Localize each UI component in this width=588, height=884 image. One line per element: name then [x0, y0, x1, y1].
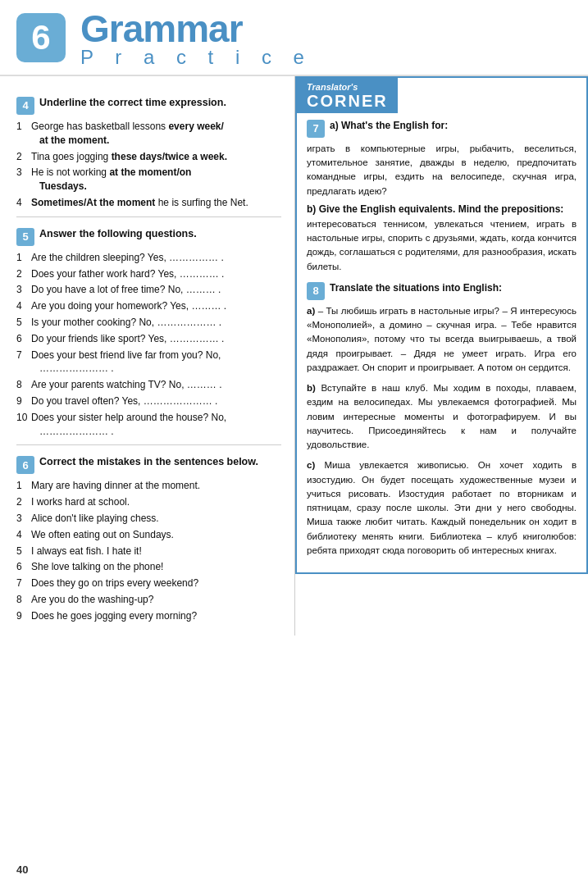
- list-item: 5Is your mother cooking? No, ……………… .: [16, 316, 281, 330]
- list-item: 7Does your best friend live far from you…: [16, 349, 281, 376]
- page-header: 6 Grammar P r a c t i c e: [0, 0, 588, 76]
- list-item: 4We often eating out on Sundays.: [16, 528, 281, 542]
- list-item: 8Are you do the washing-up?: [16, 593, 281, 607]
- section-7-text-a: играть в компьютерные игры, рыбачить, ве…: [307, 142, 577, 198]
- grammar-label: Grammar: [80, 8, 312, 50]
- section-5-list: 1Are the children sleeping? Yes, …………… .…: [16, 251, 281, 439]
- list-item: 1Are the children sleeping? Yes, …………… .: [16, 251, 281, 265]
- translators-corner: Translator's CORNER 7 a) What's the Engl…: [295, 76, 588, 574]
- tc-header-bottom: CORNER: [307, 92, 388, 111]
- translate-item-a: а) – Ты любишь играть в настольные игры?…: [307, 304, 577, 375]
- section-7-number: 7: [307, 120, 325, 138]
- section-4: 4 Underline the correct time expression.…: [16, 96, 281, 210]
- section-8: 8 Translate the situations into English:…: [307, 282, 577, 558]
- left-column: 4 Underline the correct time expression.…: [0, 76, 295, 636]
- practice-label: P r a c t i c e: [80, 47, 312, 68]
- list-item: 2Does your father work hard? Yes, ………… .: [16, 267, 281, 281]
- list-item: 3 He is not working at the moment/on Tue…: [16, 166, 281, 194]
- section-5: 5 Answer the following questions. 1Are t…: [16, 227, 281, 439]
- section-7: 7 a) What's the English for: играть в ко…: [307, 120, 577, 274]
- main-content: 4 Underline the correct time expression.…: [0, 76, 588, 636]
- chapter-number: 6: [16, 13, 66, 62]
- page-number: 40: [16, 863, 28, 876]
- translate-label-c: c): [307, 460, 315, 470]
- list-item: 9Does he goes jogging every morning?: [16, 609, 281, 623]
- list-item: 6She love talking on the phone!: [16, 560, 281, 574]
- list-item: 6Do your friends like sport? Yes, …………… …: [16, 332, 281, 346]
- section-5-title: Answer the following questions.: [39, 227, 197, 240]
- list-item: 2 Tina goes jogging these days/twice a w…: [16, 150, 281, 164]
- section-6: 6 Correct the mistakes in the sentences …: [16, 455, 281, 622]
- tc-body: 7 a) What's the English for: играть в ко…: [297, 113, 586, 572]
- section-4-list: 1 George has basketball lessons every we…: [16, 120, 281, 210]
- list-item: 1 George has basketball lessons every we…: [16, 120, 281, 148]
- tc-header: Translator's CORNER: [297, 78, 398, 113]
- tc-header-top: Translator's: [307, 82, 388, 92]
- list-item: 4 Sometimes/At the moment he is surfing …: [16, 196, 281, 210]
- translate-label-a: а): [307, 306, 315, 316]
- section-7-text-b: интересоваться теннисом, увлекаться чтен…: [307, 217, 577, 274]
- section-7-header: 7 a) What's the English for:: [307, 120, 577, 138]
- list-item: 3Alice don't like playing chess.: [16, 512, 281, 526]
- section-8-number: 8: [307, 282, 325, 300]
- section-4-header: 4 Underline the correct time expression.: [16, 96, 281, 115]
- section-4-title: Underline the correct time expression.: [39, 96, 226, 109]
- translate-item-b: b) Вступайте в наш клуб. Мы ходим в похо…: [307, 381, 577, 452]
- section-5-number: 5: [16, 228, 34, 246]
- list-item: 5I always eat fish. I hate it!: [16, 545, 281, 558]
- section-7-title-b: b) Give the English equivalents. Mind th…: [307, 203, 577, 215]
- section-6-list: 1Mary are having dinner at the moment. 2…: [16, 479, 281, 622]
- section-6-title: Correct the mistakes in the sentences be…: [39, 455, 258, 468]
- section-4-number: 4: [16, 97, 34, 115]
- list-item: 2I works hard at school.: [16, 495, 281, 509]
- list-item: 1Mary are having dinner at the moment.: [16, 479, 281, 493]
- section-8-header: 8 Translate the situations into English:: [307, 282, 577, 300]
- section-5-header: 5 Answer the following questions.: [16, 227, 281, 246]
- right-column: Translator's CORNER 7 a) What's the Engl…: [295, 76, 588, 636]
- section-7-title-a: a) What's the English for:: [330, 120, 448, 131]
- list-item: 10Does your sister help around the house…: [16, 411, 281, 439]
- section-6-header: 6 Correct the mistakes in the sentences …: [16, 455, 281, 474]
- list-item: 9Do you travel often? Yes, ………………… .: [16, 394, 281, 408]
- list-item: 4Are you doing your homework? Yes, ……… .: [16, 299, 281, 313]
- section-8-title: Translate the situations into English:: [330, 282, 502, 294]
- section-6-number: 6: [16, 456, 34, 474]
- list-item: 7Does they go on trips every weekend?: [16, 576, 281, 590]
- translate-label-b: b): [307, 383, 316, 393]
- list-item: 8Are your parents watching TV? No, ……… .: [16, 378, 281, 392]
- translate-item-c: c) Миша увлекается живописью. Он хочет х…: [307, 458, 577, 558]
- header-title: Grammar P r a c t i c e: [80, 8, 312, 68]
- list-item: 3Do you have a lot of free time? No, …………: [16, 283, 281, 297]
